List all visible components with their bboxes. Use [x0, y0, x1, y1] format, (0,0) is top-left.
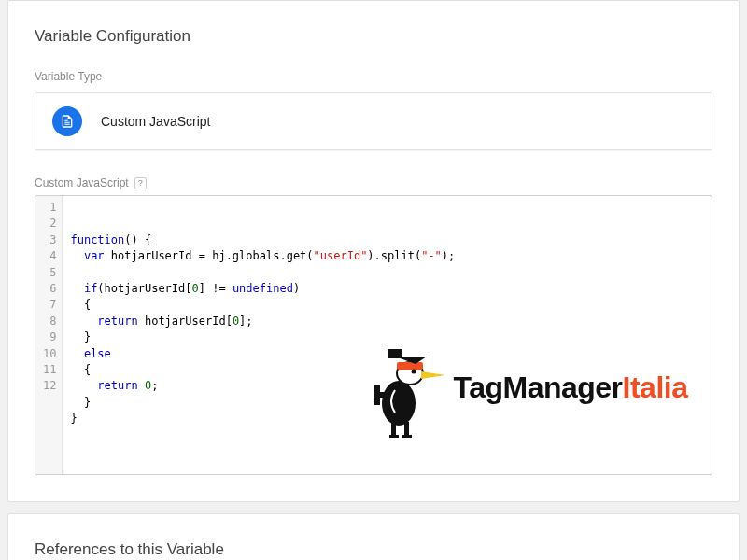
- svg-rect-10: [389, 435, 399, 438]
- section-title: Variable Configuration: [35, 27, 712, 46]
- code-body[interactable]: function() { var hotjarUserId = hj.globa…: [63, 196, 712, 474]
- variable-type-label: Variable Type: [35, 70, 712, 83]
- variable-configuration-card: Variable Configuration Variable Type Cus…: [7, 0, 740, 502]
- variable-type-name: Custom JavaScript: [101, 114, 210, 129]
- references-card: References to this Variable: [7, 513, 740, 560]
- variable-type-selector[interactable]: Custom JavaScript: [35, 92, 712, 150]
- document-icon: [52, 106, 82, 136]
- code-section-label: Custom JavaScript ?: [35, 176, 712, 189]
- help-icon[interactable]: ?: [134, 177, 147, 189]
- svg-rect-11: [402, 435, 412, 438]
- references-title: References to this Variable: [35, 540, 712, 559]
- code-gutter: 123456789101112: [35, 196, 63, 474]
- code-label-text: Custom JavaScript: [35, 176, 129, 189]
- code-editor[interactable]: 123456789101112 function() { var hotjarU…: [35, 195, 712, 475]
